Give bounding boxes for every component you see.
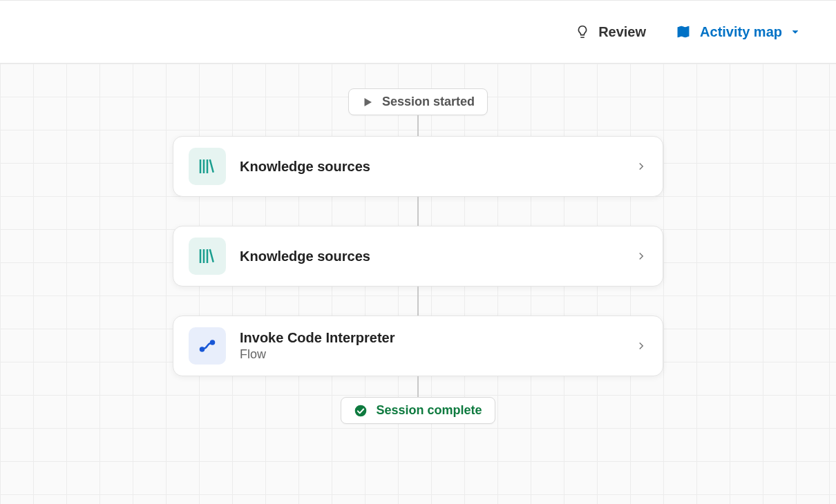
session-complete-pill[interactable]: Session complete [341,397,495,424]
map-icon [675,24,692,39]
card-body: Knowledge sources [240,159,621,175]
books-icon [189,148,226,185]
session-started-pill[interactable]: Session started [348,88,488,115]
activity-map-button[interactable]: Activity map [675,24,800,40]
session-started-label: Session started [382,95,475,109]
flow-canvas[interactable]: Session started Knowledge sources [0,64,836,504]
toolbar: Review Activity map [0,0,836,64]
card-body: Invoke Code Interpreter Flow [240,330,621,362]
check-circle-icon [354,404,368,418]
activity-map-label: Activity map [700,24,782,40]
svg-point-2 [355,405,367,416]
card-title: Knowledge sources [240,249,621,264]
connector [417,115,419,136]
chevron-right-icon [635,250,647,262]
session-complete-label: Session complete [376,403,482,418]
svg-point-1 [210,340,216,345]
connector [417,197,419,226]
svg-point-0 [200,347,205,352]
review-label: Review [598,24,646,40]
chevron-down-icon [790,27,800,37]
card-body: Knowledge sources [240,249,621,264]
chevron-right-icon [635,160,647,173]
flow-column: Session started Knowledge sources [169,88,667,424]
connector [417,376,419,397]
review-button[interactable]: Review [575,23,646,40]
play-icon [361,96,374,108]
chevron-right-icon [635,340,647,352]
card-subtitle: Flow [240,347,621,362]
card-title: Invoke Code Interpreter [240,330,621,346]
bulb-icon [575,23,590,40]
books-icon [189,238,226,275]
connector [417,287,419,316]
flow-node-invoke-code-interpreter[interactable]: Invoke Code Interpreter Flow [173,316,663,376]
flow-node-knowledge-sources-1[interactable]: Knowledge sources [173,136,663,197]
card-title: Knowledge sources [240,159,621,175]
flow-icon [189,327,226,365]
flow-node-knowledge-sources-2[interactable]: Knowledge sources [173,226,663,287]
